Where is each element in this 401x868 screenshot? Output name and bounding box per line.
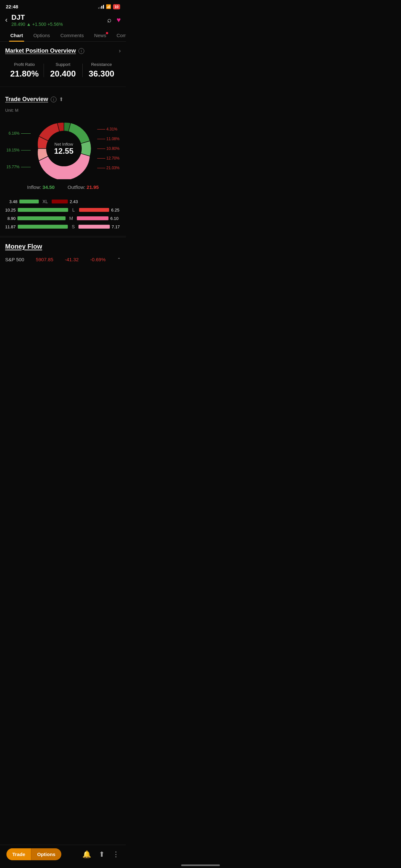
header: ‹ DJT 28.490 ▲ +1.500 +5.56% ⌕ ♥ (0, 12, 126, 30)
sp500-expand-icon[interactable]: ⌃ (117, 257, 121, 262)
market-position-info-icon[interactable]: i (79, 48, 84, 54)
flow-bar-pink-m (77, 216, 108, 220)
tab-news[interactable]: News (89, 30, 112, 41)
donut-label-right-3: 10.80% (97, 146, 120, 151)
donut-label-right-2: 11.08% (97, 136, 120, 141)
stat-profit-ratio: Profit Ratio 21.80% (5, 62, 43, 79)
trade-overview-title: Trade Overview (5, 96, 48, 103)
donut-label-left-3: 15.77% (6, 165, 31, 169)
market-position-title: Market Position Overview (5, 48, 76, 54)
trade-overview-info-icon[interactable]: i (51, 97, 57, 102)
tab-comments[interactable]: Comments (55, 30, 89, 41)
sp500-label: S&P 500 (5, 257, 24, 262)
news-notification-dot (106, 32, 108, 34)
search-icon[interactable]: ⌕ (107, 16, 112, 24)
donut-label-right-1: 4.31% (97, 127, 118, 131)
market-position-chevron[interactable]: › (119, 48, 121, 54)
flow-bar-green-s (18, 225, 68, 228)
donut-label-left-2: 18.15% (6, 148, 31, 152)
stat-support: Support 20.400 (43, 62, 82, 79)
flow-bar-row-xl: 3.48 XL 2.43 (5, 199, 121, 204)
flow-bar-green-m (18, 216, 65, 220)
signal-icon (98, 5, 104, 9)
sp500-change: -41.32 (65, 257, 79, 262)
flow-bar-row-l: 10.25 L 6.25 (5, 207, 121, 213)
svg-point-0 (46, 131, 81, 166)
bottom-spacer (0, 267, 126, 306)
flow-bar-row-s: 11.87 S 7.17 (5, 224, 121, 229)
money-flow-title: Money Flow (5, 243, 121, 250)
donut-label-left-1: 6.16% (8, 131, 30, 135)
donut-label-right-5: 21.03% (97, 166, 120, 170)
battery-indicator: 10 (113, 4, 120, 9)
sp500-price: 5907.85 (36, 257, 53, 262)
back-button[interactable]: ‹ (5, 16, 7, 24)
donut-chart-area: 6.16% 18.15% 15.77% (5, 118, 121, 179)
status-time: 22:48 (6, 4, 18, 9)
outflow-summary: Outflow: 21.95 (67, 184, 99, 190)
sp500-row: S&P 500 5907.85 -41.32 -0.69% ⌃ (5, 255, 121, 264)
trade-overview-share-icon[interactable]: ⬆ (59, 96, 63, 102)
ticker-symbol: DJT (11, 13, 63, 22)
donut-svg-container: Net Inflow 12.55 (33, 118, 95, 179)
money-flow-section: Money Flow S&P 500 5907.85 -41.32 -0.69%… (0, 236, 126, 267)
trade-overview-section: Trade Overview i ⬆ Unit: M 6.16% 18.15% … (0, 90, 126, 196)
flow-bar-pink-s (79, 225, 110, 228)
stat-resistance: Resistance 36.300 (82, 62, 121, 79)
unit-label: Unit: M (5, 108, 121, 113)
tab-company[interactable]: Company (112, 30, 126, 41)
flow-bar-red-l (79, 208, 110, 212)
sp500-pct: -0.69% (90, 257, 106, 262)
flow-bar-green-xl (19, 199, 39, 204)
wifi-icon: 📶 (106, 4, 111, 9)
flow-bar-red-xl (52, 199, 68, 204)
tab-chart[interactable]: Chart (5, 30, 28, 41)
inflow-summary: Inflow: 34.50 (27, 184, 55, 190)
tabs: Chart Options Comments News Company (0, 30, 126, 42)
flow-bars-section: 3.48 XL 2.43 10.25 L 6.25 8.90 M 6.10 11… (0, 196, 126, 236)
section-divider-1 (0, 87, 126, 87)
status-icons: 📶 10 (98, 4, 120, 9)
market-position-section: Market Position Overview i › Profit Rati… (0, 42, 126, 83)
donut-labels-right: 4.31% 11.08% 10.80% 12.70% 21.03% (97, 127, 120, 170)
flow-summary: Inflow: 34.50 Outflow: 21.95 (5, 184, 121, 190)
market-stats: Profit Ratio 21.80% Support 20.400 Resis… (5, 59, 121, 80)
ticker-price: 28.490 ▲ +1.500 +5.56% (11, 22, 63, 27)
ticker-info: DJT 28.490 ▲ +1.500 +5.56% (11, 13, 63, 27)
status-bar: 22:48 📶 10 (0, 0, 126, 12)
donut-svg (33, 118, 95, 179)
flow-bar-row-m: 8.90 M 6.10 (5, 216, 121, 221)
donut-label-right-4: 12.70% (97, 156, 120, 160)
tab-options[interactable]: Options (28, 30, 55, 41)
flow-bar-green-l (18, 208, 68, 212)
heart-icon[interactable]: ♥ (117, 16, 121, 24)
